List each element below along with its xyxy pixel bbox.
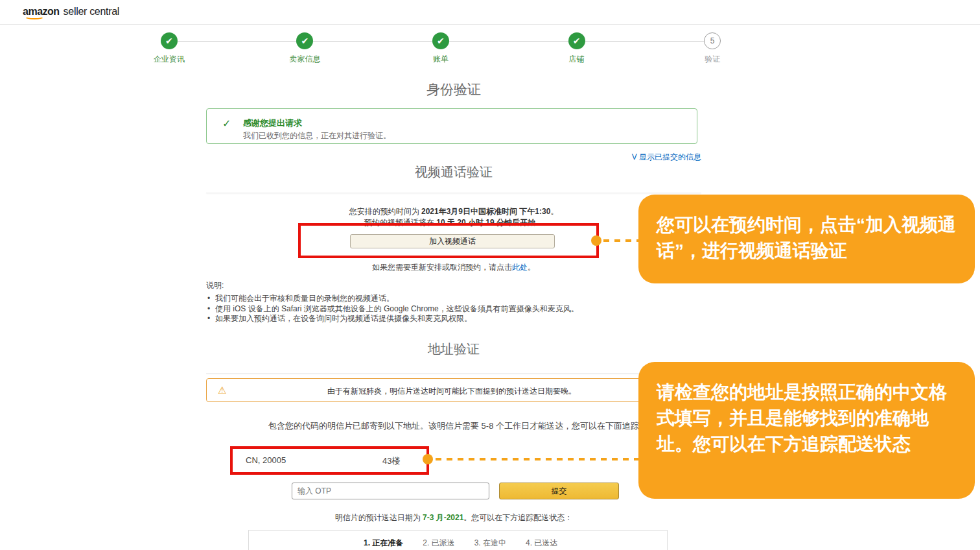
step-complete-icon: ✔ <box>161 32 178 49</box>
connector-dot <box>591 235 601 246</box>
address-floor: 43楼 <box>382 455 400 467</box>
video-call-annotation-callout: 您可以在预约时间，点击“加入视频通话”，进行视频通话验证 <box>638 195 975 283</box>
reschedule-note: 如果您需要重新安排或取消预约，请点击此处。 <box>206 262 701 273</box>
note-item: 我们可能会出于审核和质量目的录制您的视频通话。 <box>206 294 660 304</box>
amazon-wordmark: amazon <box>23 6 60 18</box>
success-check-icon: ✓ <box>222 117 231 130</box>
stepper-step-store: ✔ 店铺 <box>509 32 645 65</box>
video-panel-divider <box>206 193 701 193</box>
otp-input[interactable] <box>292 483 489 499</box>
eta-date: 7-3 月-2021 <box>423 513 463 522</box>
video-call-verification-title: 视频通话验证 <box>206 163 701 181</box>
tracking-step-delivered: 4. 已送达 <box>526 538 557 549</box>
step-label: 账单 <box>373 54 509 65</box>
submit-button[interactable]: 提交 <box>499 483 619 499</box>
tracking-step-dispatched: 2. 已派送 <box>423 538 454 549</box>
tracking-step-preparing: 1. 正在准备 <box>364 538 403 549</box>
request-received-alert: ✓ 感谢您提出请求 我们已收到您的信息，正在对其进行验证。 <box>206 108 697 144</box>
step-label: 验证 <box>644 54 780 65</box>
delivery-eta: 明信片的预计送达日期为 7-3 月-2021。您可以在下方追踪配送状态： <box>206 512 701 523</box>
tracking-status-box: 1. 正在准备 2. 已派送 3. 在途中 4. 已送达 <box>248 530 668 550</box>
step-label: 企业资讯 <box>101 54 237 65</box>
step-complete-icon: ✔ <box>568 32 585 49</box>
show-submitted-info-link[interactable]: V 显示已提交的信息 <box>206 152 701 163</box>
reschedule-link[interactable]: 此处 <box>512 263 528 272</box>
stepper-step-billing: ✔ 账单 <box>373 32 509 65</box>
step-complete-icon: ✔ <box>432 32 449 49</box>
address-panel-divider <box>206 373 701 374</box>
video-notes: 说明: 我们可能会出于审核和质量目的录制您的视频通话。 使用 iOS 设备上的 … <box>206 280 660 324</box>
step-label: 卖家信息 <box>237 54 373 65</box>
connector-dashed-line <box>603 239 640 242</box>
stepper-step-verification: 5 验证 <box>644 32 780 65</box>
step-number-badge: 5 <box>704 32 721 49</box>
notes-title: 说明: <box>206 280 660 291</box>
stepper-step-seller-info: ✔ 卖家信息 <box>237 32 373 65</box>
tracking-step-in-transit: 3. 在途中 <box>474 538 506 549</box>
note-item: 如果要加入预约通话，在设备询问时为视频通话提供摄像头和麦克风权限。 <box>206 314 660 324</box>
address-country-zip: CN, 20005 <box>246 455 286 465</box>
address-annotation-callout: 请检查您的地址是按照正确的中文格式填写，并且是能够找到的准确地址。您可以在下方追… <box>638 362 975 499</box>
appointment-time: 2021年3月9日中国标准时间 下午1:30 <box>421 207 550 216</box>
progress-stepper: ✔ 企业资讯 ✔ 卖家信息 ✔ 账单 ✔ 店铺 5 验证 <box>101 32 780 65</box>
page: amazon seller central ✔ 企业资讯 ✔ 卖家信息 ✔ 账单… <box>0 0 980 550</box>
amazon-seller-central-logo[interactable]: amazon seller central <box>23 6 119 18</box>
amazon-smile-icon <box>25 14 44 19</box>
alert-body: 我们已收到您的信息，正在对其进行验证。 <box>243 130 391 141</box>
connector-dot <box>423 454 433 464</box>
step-label: 店铺 <box>509 54 645 65</box>
warning-text: 由于有新冠肺炎，明信片送达时间可能比下面提到的预计送达日期要晚。 <box>207 386 697 397</box>
address-verification-title: 地址验证 <box>206 341 701 358</box>
tracking-steps: 1. 正在准备 2. 已派送 3. 在途中 4. 已送达 <box>364 538 557 549</box>
top-navbar: amazon seller central <box>0 0 980 25</box>
note-item: 使用 iOS 设备上的 Safari 浏览器或其他设备上的 Google Chr… <box>206 304 660 315</box>
postcard-mailed-info: 包含您的代码的明信片已邮寄到以下地址。该明信片需要 5-8 个工作日才能送达，您… <box>206 420 701 432</box>
connector-dashed-line <box>436 458 640 460</box>
alert-title: 感谢您提出请求 <box>243 117 302 129</box>
step-complete-icon: ✔ <box>296 32 313 49</box>
seller-central-wordmark: seller central <box>64 6 120 18</box>
stepper-step-company-info: ✔ 企业资讯 <box>101 32 237 65</box>
join-video-call-button[interactable]: 加入视频通话 <box>350 234 555 248</box>
covid-warning-alert: ⚠ 由于有新冠肺炎，明信片送达时间可能比下面提到的预计送达日期要晚。 <box>206 378 697 402</box>
identity-verification-title: 身份验证 <box>206 80 701 99</box>
